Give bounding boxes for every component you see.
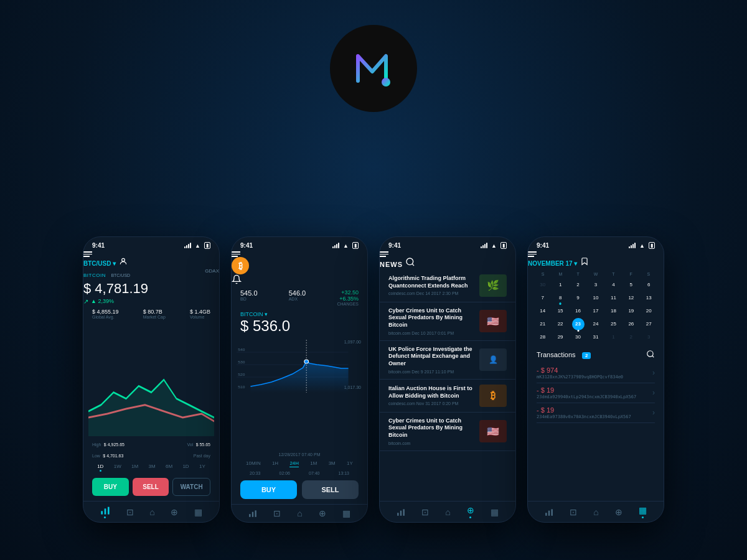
cal-day-30-prev[interactable]: 30 (537, 279, 549, 291)
bitcoin-title-2[interactable]: BITCOIN ▾ (240, 311, 359, 317)
nav-display-icon-3[interactable]: ⊡ (421, 507, 429, 517)
transaction-item-3[interactable]: - $ 19 234mEa97380v0x70A3ncxmJCB3940xLpX… (537, 403, 655, 423)
cal-day-2[interactable]: 2 (572, 279, 585, 291)
cal-day-22[interactable]: 22 (554, 318, 566, 330)
cal-day-28[interactable]: 28 (537, 331, 549, 343)
nav-chart-icon-2[interactable] (248, 509, 257, 518)
cal-day-13[interactable]: 13 (642, 292, 655, 304)
nav-display-icon-1[interactable]: ⊡ (126, 507, 134, 517)
news-source-5: bitcoin.com (388, 441, 473, 446)
svg-point-16 (304, 360, 309, 363)
cal-day-3[interactable]: 3 (590, 279, 602, 291)
tf2-3m[interactable]: 3M (329, 460, 336, 467)
nav-home-icon-1[interactable]: ⌂ (149, 507, 154, 517)
nav-globe-icon-2[interactable]: ⊕ (319, 508, 326, 518)
sell-button-1[interactable]: SELL (133, 478, 169, 496)
transaction-item-1[interactable]: - $ 974 mK3128xnJK%2737989vq8HOPQcvf834e… (537, 363, 655, 383)
cal-day-6[interactable]: 6 (642, 279, 655, 291)
cal-day-4[interactable]: 4 (607, 279, 619, 291)
news-thumb-1: 🌿 (479, 274, 507, 297)
cal-day-29[interactable]: 29 (554, 331, 566, 343)
nav-calendar-icon-3[interactable]: ▦ (491, 507, 499, 517)
nav-calendar-icon-2[interactable]: ▦ (342, 508, 350, 518)
nav-chart-icon-4[interactable] (545, 508, 553, 516)
cal-day-7[interactable]: 7 (537, 292, 549, 304)
nav-home-icon-2[interactable]: ⌂ (297, 508, 302, 518)
news-thumb-3: 👤 (479, 348, 507, 371)
nav-calendar-icon-1[interactable]: ▦ (194, 507, 202, 517)
nav-globe-icon-4[interactable]: ⊕ (615, 507, 622, 517)
tf-3m[interactable]: 3M (149, 464, 156, 472)
cal-day-12[interactable]: 12 (625, 292, 637, 304)
nav-chart-icon-3[interactable] (397, 508, 405, 516)
tf-1w[interactable]: 1W (114, 464, 121, 472)
header-title-1[interactable]: BTC/USD ▾ (83, 260, 116, 267)
cal-day-11[interactable]: 11 (607, 292, 619, 304)
cal-day-5[interactable]: 5 (625, 279, 637, 291)
tf2-1y[interactable]: 1Y (347, 460, 353, 467)
cal-day-1[interactable]: 1 (554, 279, 566, 291)
nav-display-icon-2[interactable]: ⊡ (273, 508, 281, 518)
news-item-1[interactable]: Algorithmic Trading Platform Quantconnec… (380, 269, 515, 302)
nav-calendar-icon-4[interactable]: ▦ (639, 505, 647, 518)
news-item-4[interactable]: Italian Auction House is First to Allow … (380, 380, 515, 413)
cal-month-4[interactable]: NOVEMBER 17 ▾ (528, 260, 577, 267)
cal-day-26[interactable]: 26 (625, 318, 637, 330)
cal-day-19[interactable]: 19 (625, 305, 637, 317)
menu-icon-3[interactable] (380, 251, 515, 257)
cal-day-20[interactable]: 20 (642, 305, 655, 317)
cal-day-25[interactable]: 25 (607, 318, 619, 330)
nav-home-icon-3[interactable]: ⌂ (445, 507, 450, 517)
menu-icon-1[interactable] (83, 251, 219, 257)
cal-day-1-next[interactable]: 1 (607, 331, 619, 343)
tf-1d[interactable]: 1D (97, 464, 103, 472)
watch-button-1[interactable]: WATCH (172, 478, 210, 496)
nav-globe-icon-1[interactable]: ⊕ (171, 507, 178, 517)
nav-home-icon-4[interactable]: ⌂ (593, 507, 598, 517)
cal-day-30[interactable]: 30 (572, 331, 585, 343)
bookmark-icon-4[interactable] (580, 257, 589, 266)
tf2-1h[interactable]: 1H (272, 460, 278, 467)
buy-button-2[interactable]: BUY (240, 480, 297, 499)
cal-day-23-today[interactable]: 23 (572, 318, 585, 330)
tf2-10min[interactable]: 10MIN (246, 460, 261, 467)
cal-day-10[interactable]: 10 (590, 292, 602, 304)
tx-hash-2: 23dm£a929940xtLp2943ncxmJCB3940xLpX567 (537, 394, 636, 399)
cal-day-16[interactable]: 16 (572, 305, 585, 317)
buy-button-1[interactable]: BUY (92, 478, 129, 496)
bell-icon-2[interactable] (232, 274, 242, 284)
sell-button-2[interactable]: SELL (302, 480, 359, 499)
search-icon-3[interactable] (405, 257, 415, 267)
cal-day-3-next[interactable]: 3 (642, 331, 655, 343)
cal-day-9[interactable]: 9 (572, 292, 585, 304)
cal-day-18[interactable]: 18 (607, 305, 619, 317)
cal-day-24[interactable]: 24 (590, 318, 602, 330)
menu-icon-4[interactable] (528, 251, 664, 257)
menu-icon-2[interactable] (232, 251, 367, 257)
nav-globe-icon-3[interactable]: ⊕ (467, 505, 474, 518)
tf-1y[interactable]: 1Y (199, 464, 205, 472)
tf-1m[interactable]: 1M (131, 464, 138, 472)
cal-day-14[interactable]: 14 (537, 305, 549, 317)
tx-amount-1: - $ 974 (537, 366, 623, 374)
nav-display-icon-4[interactable]: ⊡ (570, 507, 577, 517)
cal-day-15[interactable]: 15 (554, 305, 566, 317)
news-item-2[interactable]: Cyber Crimes Unit to Catch Sexual Predat… (380, 302, 515, 341)
cal-day-8[interactable]: 8 (554, 292, 566, 304)
transaction-item-2[interactable]: - $ 19 23dm£a929940xtLp2943ncxmJCB3940xL… (537, 383, 655, 403)
tf-6m[interactable]: 6M (166, 464, 172, 472)
cal-day-2-next[interactable]: 2 (625, 331, 637, 343)
tf-1d2[interactable]: 1D (182, 464, 189, 472)
tf2-24h[interactable]: 24H (289, 460, 299, 467)
user-icon-1[interactable] (119, 257, 128, 266)
svg-text:540: 540 (238, 347, 245, 352)
cal-day-31[interactable]: 31 (590, 331, 602, 343)
cal-day-27[interactable]: 27 (642, 318, 655, 330)
cal-day-21[interactable]: 21 (537, 318, 549, 330)
news-item-3[interactable]: UK Police Force Investigate the Defunct … (380, 341, 515, 380)
nav-chart-icon-1[interactable] (100, 505, 110, 518)
tf2-1m[interactable]: 1M (310, 460, 317, 467)
cal-day-17[interactable]: 17 (590, 305, 602, 317)
news-item-5[interactable]: Cyber Crimes Unit to Catch Sexual Predat… (380, 413, 515, 451)
search-icon-4[interactable] (646, 350, 655, 358)
